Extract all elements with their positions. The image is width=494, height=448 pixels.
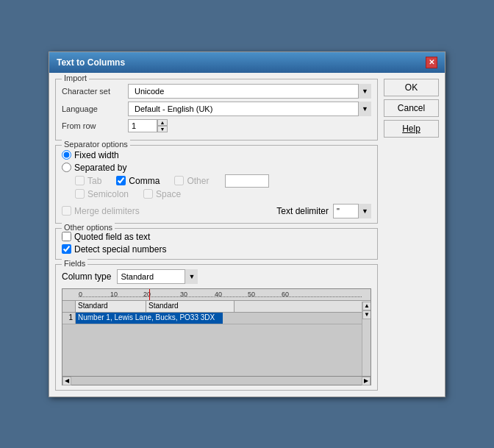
space-checkbox[interactable] (143, 189, 153, 199)
row-number-1: 1 (62, 313, 76, 324)
separator-section-label: Separator options (62, 140, 130, 149)
fixed-width-label: Fixed width (74, 150, 119, 160)
ruler-mark-30: 30 (180, 291, 187, 298)
from-row-up-button[interactable]: ▲ (157, 119, 168, 126)
ruler-mark-60: 60 (282, 291, 289, 298)
scroll-right-button[interactable]: ▶ (362, 377, 370, 385)
preview-cell-1-1: Number 1, Lewis Lane, Bucks, PO33 3DX (76, 313, 223, 324)
quoted-field-row: Quoted field as text (62, 232, 371, 242)
dialog-title: Text to Columns (57, 57, 125, 68)
text-delimiter-select[interactable]: " (333, 204, 371, 218)
scroll-left-button[interactable]: ◀ (62, 377, 71, 385)
ok-button[interactable]: OK (384, 79, 439, 96)
comma-label: Comma (129, 176, 160, 186)
column-type-select[interactable]: Standard (117, 269, 198, 284)
main-content: Import Character set Unicode ▼ Language (55, 79, 378, 391)
close-button[interactable]: ✕ (426, 57, 437, 68)
preview-container: 0 10 20 30 40 50 60 (62, 288, 371, 385)
character-set-wrapper: Unicode ▼ (128, 84, 371, 99)
other-input[interactable] (225, 174, 269, 188)
import-section: Import Character set Unicode ▼ Language (55, 79, 378, 141)
other-checkbox-row: Other (174, 174, 209, 188)
detect-special-label: Detect special numbers (74, 244, 166, 255)
character-set-label: Character set (62, 87, 128, 96)
comma-checkbox[interactable] (116, 176, 126, 185)
column-type-label: Column type (62, 271, 111, 282)
other-options-label: Other options (62, 223, 115, 232)
detect-special-checkbox[interactable] (62, 244, 71, 254)
language-row: Language Default - English (UK) ▼ (62, 102, 371, 116)
merge-delimiters-row: Merge delimiters (62, 206, 140, 216)
comma-checkbox-row: Comma (116, 174, 160, 188)
separated-by-label: Separated by (74, 163, 126, 173)
sub-options: Tab Comma Other (75, 174, 371, 188)
other-label: Other (187, 176, 209, 186)
side-buttons: OK Cancel Help (384, 79, 439, 391)
scroll-up-button[interactable]: ▲ (362, 302, 371, 310)
from-row-row: From row ▲ ▼ (62, 119, 371, 132)
space-label: Space (156, 189, 181, 199)
col-header-2: Standard (146, 301, 235, 312)
ruler-dotted-line (79, 296, 362, 297)
tab-label: Tab (87, 176, 101, 186)
language-label: Language (62, 104, 128, 113)
help-button[interactable]: Help (384, 120, 439, 138)
separated-by-radio-row: Separated by (62, 163, 371, 173)
semicolon-checkbox[interactable] (75, 189, 85, 199)
column-type-row: Column type Standard ▼ (62, 269, 371, 284)
text-to-columns-dialog: Text to Columns ✕ Import Character set U… (49, 51, 445, 397)
title-bar: Text to Columns ✕ (49, 52, 445, 73)
other-checkbox[interactable] (174, 176, 184, 185)
ruler-mark-0: 0 (79, 291, 82, 298)
space-checkbox-row: Space (143, 189, 181, 199)
character-set-row: Character set Unicode ▼ (62, 84, 371, 99)
title-bar-buttons: ✕ (426, 57, 437, 68)
fixed-width-radio[interactable] (62, 150, 71, 160)
separator-radio-group: Fixed width Separated by (62, 150, 371, 173)
scroll-down-button[interactable]: ▼ (362, 310, 371, 319)
dialog-body: Import Character set Unicode ▼ Language (49, 73, 445, 397)
ruler-mark-40: 40 (215, 291, 222, 298)
from-row-down-button[interactable]: ▼ (157, 126, 168, 132)
horizontal-scrollbar[interactable]: ◀ ▶ (62, 377, 371, 385)
ruler-mark-50: 50 (248, 291, 255, 298)
scroll-track-h (71, 377, 362, 385)
text-delimiter-wrapper: " ▼ (333, 204, 371, 218)
preview-header-row: Standard Standard (62, 301, 370, 313)
semicolon-checkbox-row: Semicolon (75, 189, 129, 199)
from-row-spinner-buttons: ▲ ▼ (157, 119, 168, 132)
from-row-label: From row (62, 121, 128, 130)
separator-options-section: Separator options Fixed width Separated … (55, 145, 378, 224)
tab-checkbox[interactable] (75, 176, 85, 185)
quoted-field-checkbox[interactable] (62, 232, 71, 241)
from-row-spinner: ▲ ▼ (128, 119, 168, 132)
fields-section: Fields Column type Standard ▼ (55, 264, 378, 391)
tab-checkbox-row: Tab (75, 174, 101, 188)
row-num-header (62, 301, 76, 312)
fields-section-label: Fields (62, 259, 87, 268)
col-header-1: Standard (76, 301, 146, 312)
merge-delimiters-checkbox[interactable] (62, 206, 71, 216)
sub-options-row2: Semicolon Space (75, 189, 371, 199)
import-section-label: Import (62, 74, 89, 82)
ruler-mark-10: 10 (110, 291, 118, 298)
split-marker (149, 289, 150, 300)
text-delimiter-row: Text delimiter " ▼ (276, 204, 371, 218)
preview-ruler: 0 10 20 30 40 50 60 (62, 289, 370, 301)
separated-by-radio[interactable] (62, 163, 71, 172)
preview-area: 0 10 20 30 40 50 60 (62, 288, 371, 377)
other-options-section: Other options Quoted field as text Detec… (55, 228, 378, 260)
language-wrapper: Default - English (UK) ▼ (128, 102, 371, 116)
semicolon-label: Semicolon (87, 189, 129, 199)
text-delimiter-label: Text delimiter (276, 206, 329, 216)
table-row: 1 Number 1, Lewis Lane, Bucks, PO33 3DX (62, 313, 370, 324)
bottom-options-row: Merge delimiters Text delimiter " ▼ (62, 204, 371, 218)
language-select[interactable]: Default - English (UK) (128, 102, 371, 116)
detect-special-row: Detect special numbers (62, 244, 371, 255)
cancel-button[interactable]: Cancel (384, 99, 439, 117)
fixed-width-radio-row: Fixed width (62, 150, 371, 160)
merge-delimiters-label: Merge delimiters (74, 206, 140, 216)
from-row-input[interactable] (128, 119, 157, 132)
vertical-scrollbar[interactable]: ▲ ▼ (362, 302, 370, 376)
character-set-select[interactable]: Unicode (128, 84, 371, 99)
